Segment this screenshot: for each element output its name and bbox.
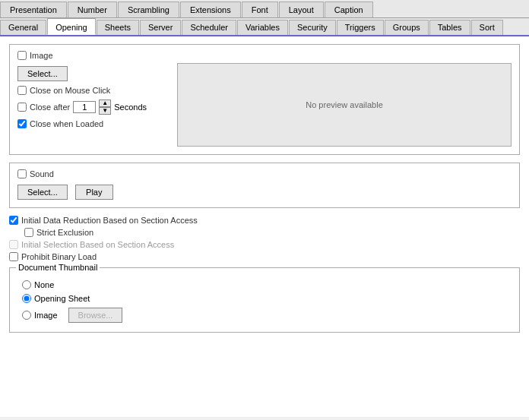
tab-opening[interactable]: Opening [47,18,96,35]
tab-sheets[interactable]: Sheets [97,20,139,35]
prohibit-binary-load-label[interactable]: Prohibit Binary Load [9,252,520,261]
close-on-mouse-click-checkbox[interactable] [17,86,27,95]
close-after-spinner: ▲ ▼ [99,99,111,115]
tab-extensions[interactable]: Extensions [180,2,241,17]
initial-data-reduction-checkbox[interactable] [9,216,18,225]
close-after-label[interactable]: Close after [17,103,70,112]
thumbnail-opening-sheet-label: Opening Sheet [34,294,90,303]
tab-layout[interactable]: Layout [279,2,324,17]
top-tab-bar: Presentation Number Scrambling Extension… [0,0,529,18]
initial-selection-checkbox[interactable] [9,240,18,249]
close-after-checkbox[interactable] [17,103,27,112]
prohibit-binary-load-text: Prohibit Binary Load [21,252,97,261]
strict-exclusion-checkbox[interactable] [24,228,33,237]
sound-checkbox-label[interactable]: Sound [17,169,512,178]
tab-number[interactable]: Number [68,2,117,17]
sound-section: Sound Select... Play [9,163,520,208]
thumbnail-radio-group: None Opening Sheet Image Browse... [22,280,507,323]
close-after-group: Close after ▲ ▼ Seconds [17,99,169,115]
image-select-button[interactable]: Select... [17,66,68,81]
tab-variables[interactable]: Variables [237,20,288,35]
close-when-loaded-label[interactable]: Close when Loaded [17,119,169,128]
image-content: Select... Close on Mouse Click Close aft… [17,63,512,147]
tab-security[interactable]: Security [289,20,336,35]
initial-data-reduction-text: Initial Data Reduction Based on Section … [21,216,198,225]
spinner-up[interactable]: ▲ [99,99,111,107]
initial-selection-text: Initial Selection Based on Section Acces… [21,240,174,249]
strict-exclusion-label[interactable]: Strict Exclusion [24,228,520,237]
seconds-label: Seconds [114,103,147,112]
close-on-mouse-click-text: Close on Mouse Click [30,86,110,95]
thumbnail-browse-button[interactable]: Browse... [68,308,123,323]
thumbnail-image-label: Image [34,311,58,320]
thumbnail-opening-sheet-radio[interactable] [22,294,31,303]
bottom-tab-bar: General Opening Sheets Server Scheduler … [0,18,529,36]
initial-selection-label[interactable]: Initial Selection Based on Section Acces… [9,240,520,249]
sound-label-text: Sound [30,169,54,178]
thumbnail-section: Document Thumbnail None Opening Sheet Im… [9,267,520,333]
tab-groups[interactable]: Groups [385,20,429,35]
tab-presentation[interactable]: Presentation [0,2,67,17]
strict-exclusion-text: Strict Exclusion [36,228,93,237]
close-after-input[interactable] [73,101,96,113]
thumbnail-opening-sheet-row: Opening Sheet [22,294,507,303]
tab-scheduler[interactable]: Scheduler [182,20,236,35]
thumbnail-image-row: Image Browse... [22,308,507,323]
image-left-panel: Select... Close on Mouse Click Close aft… [17,63,169,147]
preview-text: No preview available [306,100,383,109]
preview-box: No preview available [177,63,512,147]
tab-font[interactable]: Font [242,2,278,17]
image-section: Image Select... Close on Mouse Click Clo… [9,44,520,155]
close-after-label-text: Close after [30,103,70,112]
thumbnail-image-radio[interactable] [22,311,31,320]
thumbnail-none-radio[interactable] [22,280,31,289]
main-checkboxes: Initial Data Reduction Based on Section … [9,216,520,261]
image-checkbox[interactable] [17,51,27,60]
sound-checkbox[interactable] [17,169,27,178]
strict-exclusion-indent: Strict Exclusion [24,228,520,237]
sound-select-button[interactable]: Select... [17,185,68,200]
close-when-loaded-checkbox[interactable] [17,119,27,128]
image-checkbox-label[interactable]: Image [17,51,512,60]
close-when-loaded-text: Close when Loaded [30,119,103,128]
sound-controls: Select... Play [17,185,512,200]
close-on-mouse-click-label[interactable]: Close on Mouse Click [17,86,169,95]
prohibit-binary-load-checkbox[interactable] [9,252,18,261]
sound-play-button[interactable]: Play [75,185,113,200]
tab-tables[interactable]: Tables [429,20,470,35]
image-label-text: Image [30,51,53,60]
thumbnail-none-row: None [22,280,507,289]
thumbnail-none-label: None [34,280,54,289]
spinner-down[interactable]: ▼ [99,107,111,115]
main-content: Image Select... Close on Mouse Click Clo… [0,36,529,417]
tab-server[interactable]: Server [140,20,181,35]
thumbnail-label: Document Thumbnail [16,263,100,272]
initial-data-reduction-label[interactable]: Initial Data Reduction Based on Section … [9,216,520,225]
tab-sort[interactable]: Sort [471,20,503,35]
tab-caption[interactable]: Caption [325,2,373,17]
tab-triggers[interactable]: Triggers [337,20,384,35]
tab-general[interactable]: General [0,20,46,35]
tab-scrambling[interactable]: Scrambling [118,2,179,17]
